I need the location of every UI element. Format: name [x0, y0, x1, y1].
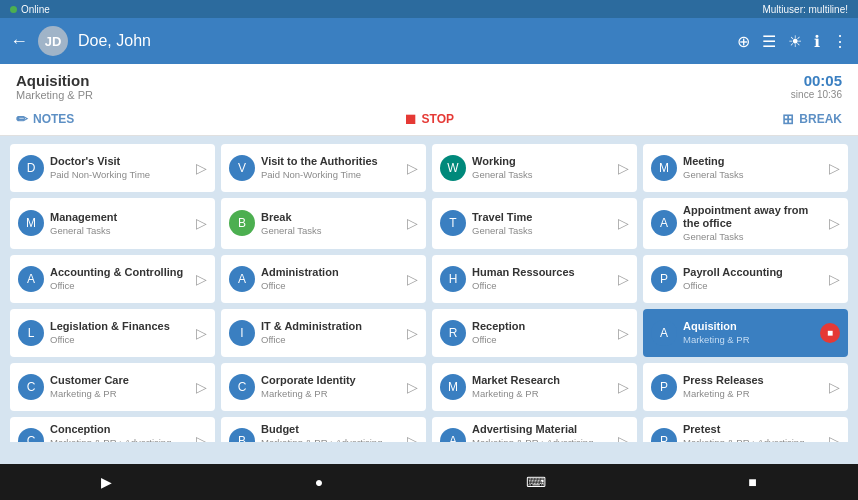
task-card[interactable]: A Advertising Material Marketing & PR › …: [432, 417, 637, 442]
play-task-button[interactable]: ▷: [407, 160, 418, 176]
task-card[interactable]: W Working General Tasks ▷: [432, 144, 637, 192]
task-card[interactable]: M Management General Tasks ▷: [10, 198, 215, 249]
task-card[interactable]: C Corporate Identity Marketing & PR ▷: [221, 363, 426, 411]
timer-section: Aquisition Marketing & PR 00:05 since 10…: [0, 64, 858, 105]
task-card[interactable]: L Legislation & Finances Office ▷: [10, 309, 215, 357]
card-title: Accounting & Controlling: [50, 266, 190, 279]
task-card[interactable]: B Budget Marketing & PR › Advertising Ca…: [221, 417, 426, 442]
play-task-button[interactable]: ▷: [196, 325, 207, 341]
card-text: Press Releases Marketing & PR: [683, 374, 823, 400]
info-icon[interactable]: ℹ: [814, 32, 820, 51]
card-sub: General Tasks: [261, 225, 401, 236]
timer-right: 00:05 since 10:36: [791, 72, 842, 100]
nav-play-icon[interactable]: ▶: [101, 474, 112, 490]
play-task-button[interactable]: ▷: [407, 379, 418, 395]
play-task-button[interactable]: ▷: [407, 271, 418, 287]
play-task-button[interactable]: ▷: [407, 215, 418, 231]
more-icon[interactable]: ⋮: [832, 32, 848, 51]
break-button[interactable]: ⊞ BREAK: [782, 111, 842, 127]
task-card[interactable]: C Customer Care Marketing & PR ▷: [10, 363, 215, 411]
task-card[interactable]: P Payroll Accounting Office ▷: [643, 255, 848, 303]
nav-circle-icon[interactable]: ●: [315, 474, 323, 490]
card-icon: A: [651, 320, 677, 346]
card-sub: Marketing & PR: [472, 388, 612, 399]
notes-button[interactable]: ✏ NOTES: [16, 111, 74, 127]
current-task-title: Aquisition: [16, 72, 93, 89]
card-text: Accounting & Controlling Office: [50, 266, 190, 292]
card-icon: H: [440, 266, 466, 292]
card-text: Payroll Accounting Office: [683, 266, 823, 292]
time-since: since 10:36: [791, 89, 842, 100]
play-task-button[interactable]: ▷: [618, 215, 629, 231]
card-icon: A: [440, 428, 466, 442]
play-task-button[interactable]: ▷: [618, 433, 629, 442]
card-icon: W: [440, 155, 466, 181]
card-sub: Office: [50, 280, 190, 291]
card-icon: L: [18, 320, 44, 346]
play-task-button[interactable]: ▷: [829, 379, 840, 395]
card-text: Corporate Identity Marketing & PR: [261, 374, 401, 400]
card-icon: D: [18, 155, 44, 181]
task-card[interactable]: A Administration Office ▷: [221, 255, 426, 303]
task-card[interactable]: A Appointment away from the office Gener…: [643, 198, 848, 249]
brightness-icon[interactable]: ☀: [788, 32, 802, 51]
task-card[interactable]: R Reception Office ▷: [432, 309, 637, 357]
play-task-button[interactable]: ▷: [829, 433, 840, 442]
play-task-button[interactable]: ▷: [407, 325, 418, 341]
card-icon: T: [440, 210, 466, 236]
card-text: Advertising Material Marketing & PR › Ad…: [472, 423, 612, 442]
back-button[interactable]: ←: [10, 31, 28, 52]
card-sub: Marketing & PR: [261, 388, 401, 399]
play-task-button[interactable]: ▷: [618, 271, 629, 287]
card-title: Aquisition: [683, 320, 814, 333]
card-text: Meeting General Tasks: [683, 155, 823, 181]
task-card[interactable]: H Human Ressources Office ▷: [432, 255, 637, 303]
task-card[interactable]: V Visit to the Authorities Paid Non-Work…: [221, 144, 426, 192]
stop-button[interactable]: ⏹ STOP: [403, 111, 454, 127]
nav-square-icon[interactable]: ■: [748, 474, 756, 490]
play-task-button[interactable]: ▷: [829, 160, 840, 176]
play-task-button[interactable]: ▷: [407, 433, 418, 442]
card-title: Administration: [261, 266, 401, 279]
card-icon: P: [651, 428, 677, 442]
card-sub: Marketing & PR: [683, 334, 814, 345]
task-card[interactable]: D Doctor's Visit Paid Non-Working Time ▷: [10, 144, 215, 192]
card-text: Management General Tasks: [50, 211, 190, 237]
task-card[interactable]: M Market Research Marketing & PR ▷: [432, 363, 637, 411]
card-sub: General Tasks: [50, 225, 190, 236]
search-icon[interactable]: ⊕: [737, 32, 750, 51]
play-task-button[interactable]: ▷: [618, 379, 629, 395]
task-card[interactable]: B Break General Tasks ▷: [221, 198, 426, 249]
avatar: JD: [38, 26, 68, 56]
task-card[interactable]: I IT & Administration Office ▷: [221, 309, 426, 357]
task-card[interactable]: M Meeting General Tasks ▷: [643, 144, 848, 192]
card-title: Pretest: [683, 423, 823, 436]
task-card[interactable]: A Aquisition Marketing & PR ■: [643, 309, 848, 357]
card-title: Press Releases: [683, 374, 823, 387]
play-task-button[interactable]: ▷: [829, 271, 840, 287]
stop-task-button[interactable]: ■: [820, 323, 840, 343]
break-label: BREAK: [799, 112, 842, 126]
task-card[interactable]: P Press Releases Marketing & PR ▷: [643, 363, 848, 411]
play-task-button[interactable]: ▷: [618, 325, 629, 341]
card-text: Administration Office: [261, 266, 401, 292]
card-sub: Office: [683, 280, 823, 291]
play-task-button[interactable]: ▷: [196, 160, 207, 176]
task-card[interactable]: C Conception Marketing & PR › Advertisin…: [10, 417, 215, 442]
task-card[interactable]: P Pretest Marketing & PR › Advertising C…: [643, 417, 848, 442]
card-sub: Paid Non-Working Time: [261, 169, 401, 180]
play-task-button[interactable]: ▷: [196, 215, 207, 231]
nav-keyboard-icon[interactable]: ⌨: [526, 474, 546, 490]
card-icon: C: [18, 428, 44, 442]
task-card[interactable]: A Accounting & Controlling Office ▷: [10, 255, 215, 303]
card-text: Conception Marketing & PR › Advertising …: [50, 423, 190, 442]
filter-icon[interactable]: ☰: [762, 32, 776, 51]
task-card[interactable]: T Travel Time General Tasks ▷: [432, 198, 637, 249]
play-task-button[interactable]: ▷: [196, 379, 207, 395]
card-icon: V: [229, 155, 255, 181]
card-sub: General Tasks: [472, 169, 612, 180]
play-task-button[interactable]: ▷: [196, 271, 207, 287]
play-task-button[interactable]: ▷: [196, 433, 207, 442]
play-task-button[interactable]: ▷: [618, 160, 629, 176]
play-task-button[interactable]: ▷: [829, 215, 840, 231]
